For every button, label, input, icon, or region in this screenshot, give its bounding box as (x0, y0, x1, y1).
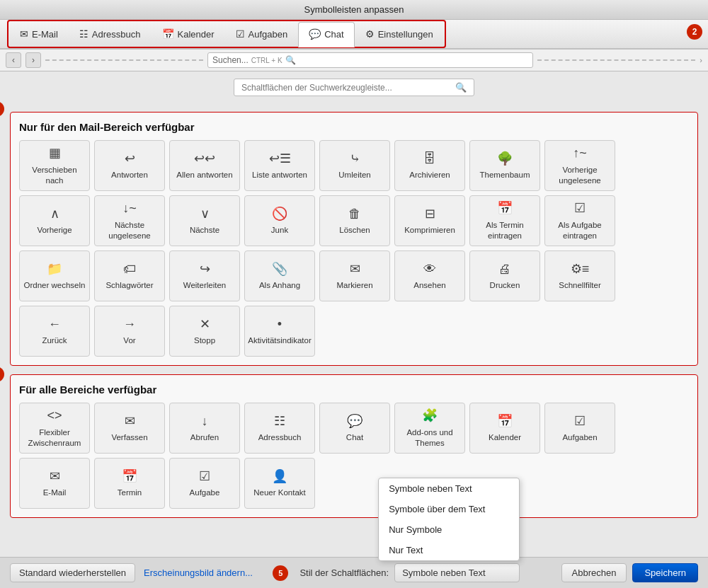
btn-umleiten-label: Umleiten (338, 170, 370, 180)
btn-neuer-kontakt[interactable]: 👤 Neuer Kontakt (244, 458, 315, 509)
btn-junk-label: Junk (271, 225, 288, 236)
bottom-bar: Standard wiederherstellen Erscheinungsbi… (0, 557, 708, 588)
tab-adressbuch-label: Adressbuch (92, 29, 141, 40)
btn-vorherige-ungelesene[interactable]: ↑~ Vorherigeungelesene (544, 140, 615, 191)
btn-termin[interactable]: 📅 Als Termineintragen (469, 195, 540, 246)
btn-flexibler[interactable]: <> FlexiblerZwischenraum (19, 403, 90, 454)
btn-loeschen[interactable]: 🗑 Löschen (319, 195, 390, 246)
verfassen-icon: ✉ (125, 413, 135, 430)
btn-termin2[interactable]: 📅 Termin (94, 458, 165, 509)
tab-aufgaben-label: Aufgaben (249, 29, 288, 40)
btn-verfassen[interactable]: ✉ Verfassen (94, 403, 165, 454)
btn-zurueck[interactable]: ← Zurück (19, 306, 90, 357)
btn-loeschen-label: Löschen (339, 225, 370, 236)
btn-kalender[interactable]: 📅 Kalender (469, 403, 540, 454)
appearance-link[interactable]: Erscheinungsbild ändern... (144, 567, 253, 578)
btn-ordner-wechseln[interactable]: 📁 Ordner wechseln (19, 250, 90, 301)
bottom-right: Abbrechen Speichern (561, 563, 698, 582)
all-section: Für alle Bereiche verfügbar <> Flexibler… (10, 374, 698, 518)
schnellfilter-icon: ⚙≡ (571, 261, 590, 277)
toolbar-preview: ‹ › Suchen... CTRL + K 🔍 › (0, 50, 708, 71)
vorherige-icon: ∧ (50, 206, 59, 222)
btn-aufgabe2-label: Aufgabe (190, 488, 220, 498)
btn-chat[interactable]: 💬 Chat (319, 403, 390, 454)
btn-aktivitaet[interactable]: • Aktivitätsindikator (244, 306, 315, 357)
cancel-button[interactable]: Abbrechen (561, 563, 627, 582)
stopp-icon: ✕ (200, 316, 210, 333)
flexibler-icon: <> (47, 408, 62, 424)
btn-termin-label: Als Termineintragen (486, 220, 523, 241)
abrufen-icon: ↓ (202, 413, 208, 430)
verschieben-icon: ▦ (49, 145, 61, 161)
junk-icon: 🚫 (272, 206, 287, 222)
style-option-symbols-only[interactable]: Nur Symbole (379, 519, 519, 540)
btn-allen-label: Allen antworten (176, 170, 232, 180)
btn-stopp-label: Stopp (194, 335, 215, 346)
btn-archivieren[interactable]: 🗄 Archivieren (394, 140, 465, 191)
bottom-center: 5 Stil der Schaltflächen: Symbole neben … (294, 563, 520, 582)
all-section-title: Für alle Bereiche verfügbar (19, 384, 689, 396)
tab-chat[interactable]: 💬 Chat (298, 22, 354, 47)
nav-forward-button[interactable]: › (25, 52, 41, 68)
section4-badge-wrapper: 4 (0, 367, 4, 382)
tab-email[interactable]: ✉ E-Mail (9, 22, 69, 46)
tab-badge: 2 (687, 24, 702, 40)
weiterleiten-icon: ↪ (200, 261, 210, 277)
btn-adressbuch[interactable]: ☷ Adressbuch (244, 403, 315, 454)
btn-junk[interactable]: 🚫 Junk (244, 195, 315, 246)
style-option-symbols-over[interactable]: Symbole über dem Text (379, 499, 519, 519)
btn-naechste[interactable]: ∨ Nächste (169, 195, 240, 246)
tab-kalender[interactable]: 📅 Kalender (152, 22, 225, 46)
tab-aufgaben[interactable]: ☑ Aufgaben (225, 22, 299, 46)
addons-icon: 🧩 (422, 408, 438, 424)
restore-button[interactable]: Standard wiederherstellen (10, 563, 135, 582)
btn-markieren[interactable]: ✉ Markieren (319, 250, 390, 301)
right-arrow-icon: › (700, 56, 702, 64)
style-select[interactable]: Symbole neben Text Symbole über dem Text… (394, 563, 520, 582)
style-option-text-only[interactable]: Nur Text (379, 540, 519, 560)
btn-schlagwoerter[interactable]: 🏷 Schlagwörter (94, 250, 165, 301)
btn-abrufen[interactable]: ↓ Abrufen (169, 403, 240, 454)
btn-chat-label: Chat (346, 432, 363, 443)
nav-back-button[interactable]: ‹ (6, 52, 21, 68)
save-button[interactable]: Speichern (632, 563, 698, 582)
btn-ansehen[interactable]: 👁 Ansehen (394, 250, 465, 301)
btn-drucken[interactable]: 🖨 Drucken (469, 250, 540, 301)
btn-aufgaben[interactable]: ☑ Aufgaben (544, 403, 615, 454)
btn-email[interactable]: ✉ E-Mail (19, 458, 90, 509)
btn-aufgabe[interactable]: ☑ Als Aufgabeeintragen (544, 195, 615, 246)
btn-themenbaum[interactable]: 🌳 Themenbaum (469, 140, 540, 191)
btn-verschieben[interactable]: ▦ Verschiebennach (19, 140, 90, 191)
btn-schnellfilter[interactable]: ⚙≡ Schnellfilter (544, 250, 615, 301)
btn-liste-antworten[interactable]: ↩☰ Liste antworten (244, 140, 315, 191)
btn-addons[interactable]: 🧩 Add-ons undThemes (394, 403, 465, 454)
btn-verfassen-label: Verfassen (111, 432, 147, 443)
toolbar-search-bar[interactable]: Suchen... CTRL + K 🔍 (207, 52, 533, 68)
mail-section: Nur für den Mail-Bereich verfügbar ▦ Ver… (10, 112, 698, 366)
search-section: 🔍 (0, 71, 708, 102)
btn-weiterleiten[interactable]: ↪ Weiterleiten (169, 250, 240, 301)
btn-als-anhang[interactable]: 📎 Als Anhang (244, 250, 315, 301)
btn-vor[interactable]: → Vor (94, 306, 165, 357)
btn-aufgabe2[interactable]: ☑ Aufgabe (169, 458, 240, 509)
btn-antworten[interactable]: ↩ Antworten (94, 140, 165, 191)
tab-einstellungen[interactable]: ⚙ Einstellungen (355, 22, 444, 46)
btn-verschieben-label: Verschiebennach (32, 165, 76, 186)
btn-umleiten[interactable]: ⤷ Umleiten (319, 140, 390, 191)
aufgaben-btn-icon: ☑ (574, 413, 586, 430)
ansehen-icon: 👁 (423, 261, 436, 277)
email-icon: ✉ (20, 28, 28, 40)
btn-stopp[interactable]: ✕ Stopp (169, 306, 240, 357)
tab-adressbuch[interactable]: ☷ Adressbuch (69, 22, 152, 46)
btn-naechste-ungelesene[interactable]: ↓~ Nächsteungelesene (94, 195, 165, 246)
btn-zurueck-label: Zurück (42, 335, 67, 346)
toolbar-search-input[interactable] (241, 83, 451, 93)
btn-allen-antworten[interactable]: ↩↩ Allen antworten (169, 140, 240, 191)
style-option-symbols-text[interactable]: Symbole neben Text (379, 478, 519, 499)
tab-outline: ✉ E-Mail ☷ Adressbuch 📅 Kalender ☑ Aufga… (7, 20, 446, 48)
btn-vorherige[interactable]: ∧ Vorherige (19, 195, 90, 246)
adressbuch-icon: ☷ (79, 28, 88, 40)
btn-komprimieren[interactable]: ⊟ Komprimieren (394, 195, 465, 246)
markieren-icon: ✉ (350, 261, 360, 277)
naechste-ungelesen-icon: ↓~ (122, 200, 137, 217)
